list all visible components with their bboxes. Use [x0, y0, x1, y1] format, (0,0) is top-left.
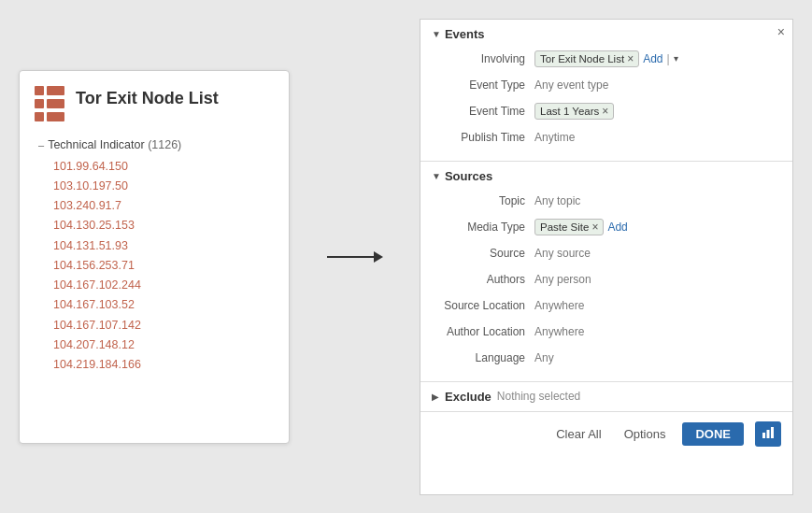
tree-item[interactable]: 104.219.184.166: [53, 355, 274, 375]
authors-value[interactable]: Any person: [534, 273, 591, 286]
authors-row: Authors Any person: [432, 269, 781, 290]
exclude-toggle-icon[interactable]: ▶: [432, 392, 439, 402]
tree-item[interactable]: 104.156.253.71: [53, 256, 274, 276]
list-icon: [35, 86, 64, 112]
tree-item[interactable]: 103.10.197.50: [53, 177, 274, 196]
footer: Clear All Options DONE: [420, 412, 792, 456]
involving-tag-remove[interactable]: ×: [627, 52, 634, 65]
panel-title: Tor Exit Node List: [76, 89, 219, 108]
source-location-row: Source Location Anywhere: [432, 295, 781, 316]
svg-rect-1: [767, 430, 770, 438]
language-label: Language: [432, 351, 534, 364]
chart-button[interactable]: [755, 421, 781, 447]
event-type-row: Event Type Any event type: [432, 75, 781, 95]
sources-section: ▼ Sources Topic Any topic Media Type Pas…: [420, 162, 792, 382]
exclude-label: Exclude: [445, 390, 491, 404]
publish-time-row: Publish Time Anytime: [432, 127, 781, 148]
main-container: Tor Exit Node List – Technical Indicator…: [0, 0, 812, 513]
events-section-header: ▼ Events: [432, 27, 781, 41]
source-value[interactable]: Any source: [534, 247, 591, 260]
involving-value: Tor Exit Node List × Add | ▾: [534, 50, 678, 67]
event-type-label: Event Type: [432, 78, 534, 92]
involving-pipe: |: [667, 52, 670, 65]
sources-section-header: ▼ Sources: [432, 169, 781, 183]
tree-container: – Technical Indicator (1126) 101.99.64.1…: [35, 138, 274, 376]
sources-toggle-icon[interactable]: ▼: [432, 171, 441, 181]
panel-header: Tor Exit Node List: [35, 86, 274, 120]
tree-item[interactable]: 104.167.107.142: [53, 316, 274, 335]
language-value[interactable]: Any: [534, 351, 554, 364]
media-type-tag-remove[interactable]: ×: [591, 221, 598, 234]
tree-item[interactable]: 101.99.64.150: [53, 157, 274, 177]
done-button[interactable]: DONE: [682, 422, 744, 446]
clear-all-button[interactable]: Clear All: [550, 423, 606, 445]
tree-item[interactable]: 104.167.102.244: [53, 276, 274, 295]
chart-icon: [762, 426, 775, 439]
source-row: Source Any source: [432, 243, 781, 264]
svg-rect-2: [771, 427, 774, 438]
involving-label: Involving: [432, 52, 534, 65]
arrow: [327, 251, 383, 263]
events-section: ▼ Events Involving Tor Exit Node List × …: [420, 20, 792, 162]
tree-toggle[interactable]: –: [38, 139, 44, 150]
media-type-row: Media Type Paste Site × Add: [432, 217, 781, 237]
author-location-label: Author Location: [432, 325, 534, 338]
exclude-section: ▶ Exclude Nothing selected: [420, 382, 792, 412]
author-location-value[interactable]: Anywhere: [534, 325, 584, 338]
authors-label: Authors: [432, 273, 534, 286]
involving-dropdown-icon[interactable]: ▾: [674, 53, 678, 64]
tree-parent: – Technical Indicator (1126): [38, 138, 274, 151]
source-location-value[interactable]: Anywhere: [534, 299, 584, 312]
tree-item[interactable]: 104.130.25.153: [53, 216, 274, 235]
event-time-tag: Last 1 Years ×: [534, 103, 614, 120]
involving-add-btn[interactable]: Add: [643, 52, 662, 65]
arrow-container: [318, 251, 392, 263]
source-label: Source: [432, 247, 534, 260]
event-time-tag-remove[interactable]: ×: [602, 105, 608, 118]
involving-tag: Tor Exit Node List ×: [534, 50, 639, 67]
sources-label: Sources: [445, 169, 492, 183]
media-type-label: Media Type: [432, 221, 534, 234]
exclude-value: Nothing selected: [497, 390, 580, 403]
event-time-label: Event Time: [432, 105, 534, 118]
event-time-row: Event Time Last 1 Years ×: [432, 101, 781, 121]
media-type-value: Paste Site × Add: [534, 219, 628, 235]
arrow-line: [327, 256, 374, 258]
language-row: Language Any: [432, 348, 781, 368]
left-panel: Tor Exit Node List – Technical Indicator…: [19, 70, 290, 444]
publish-time-label: Publish Time: [432, 131, 534, 144]
tree-item[interactable]: 104.131.51.93: [53, 236, 274, 256]
events-label: Events: [445, 27, 485, 41]
event-time-value: Last 1 Years ×: [534, 103, 614, 120]
tree-item[interactable]: 103.240.91.7: [53, 196, 274, 216]
events-toggle-icon[interactable]: ▼: [432, 29, 441, 39]
topic-label: Topic: [432, 194, 534, 207]
media-type-add-btn[interactable]: Add: [607, 221, 627, 234]
topic-row: Topic Any topic: [432, 191, 781, 211]
tree-item[interactable]: 104.207.148.12: [53, 335, 274, 355]
arrow-head: [374, 251, 383, 263]
media-type-tag: Paste Site ×: [534, 219, 604, 235]
svg-rect-0: [762, 433, 765, 438]
source-location-label: Source Location: [432, 299, 534, 312]
publish-time-value[interactable]: Anytime: [534, 131, 575, 144]
tree-children: 101.99.64.150103.10.197.50103.240.91.710…: [38, 157, 274, 376]
author-location-row: Author Location Anywhere: [432, 321, 781, 342]
event-type-value[interactable]: Any event type: [534, 78, 608, 92]
tree-item[interactable]: 104.167.103.52: [53, 295, 274, 315]
close-button[interactable]: ×: [777, 25, 785, 38]
topic-value[interactable]: Any topic: [534, 194, 580, 207]
involving-row: Involving Tor Exit Node List × Add | ▾: [432, 49, 781, 69]
tree-parent-label: Technical Indicator (1126): [48, 138, 181, 151]
right-panel: × ▼ Events Involving Tor Exit Node List …: [420, 19, 793, 495]
options-button[interactable]: Options: [619, 423, 672, 445]
